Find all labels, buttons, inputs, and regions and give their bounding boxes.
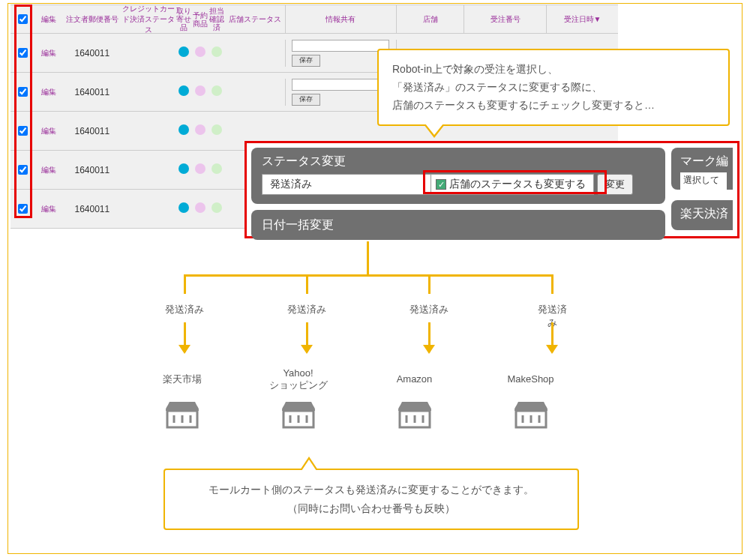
dot-yoyaku-icon: [195, 85, 206, 96]
flow-diagram: 発送済み 発送済み 発送済み 発送済み: [146, 241, 589, 361]
dot-yoyaku-icon: [195, 46, 206, 57]
rakuten-payment-block: 楽天決済: [671, 200, 733, 230]
shop-name: Amazon: [356, 367, 472, 391]
shop-icon: [124, 397, 240, 430]
mark-edit-block: マーク編 選択して: [671, 148, 733, 190]
edit-link[interactable]: 編集: [34, 48, 63, 58]
edit-link[interactable]: 編集: [34, 126, 63, 136]
postal-cell: 1640011: [63, 48, 122, 58]
flow-label: 発送済み: [165, 303, 204, 316]
dot-tantou-icon: [212, 202, 222, 213]
checkbox-checked-icon: ✓: [436, 179, 446, 190]
postal-cell: 1640011: [63, 126, 122, 136]
status-change-block: ステータス変更 発送済み ✓ 店舗のステータスも変更する 変更: [251, 148, 665, 204]
callout-line: 店舗のステータスも変更するにチェックし変更すると…: [392, 97, 715, 115]
hdr-yoyaku: 予約商品: [192, 5, 208, 33]
callout-line: Robot-in上で対象の受注を選択し、: [392, 61, 715, 79]
save-button[interactable]: 保存: [292, 94, 320, 106]
explanation-callout: Robot-in上で対象の受注を選択し、 「発送済み」のステータスに変更する際に…: [377, 49, 730, 126]
dot-yoyaku-icon: [195, 202, 206, 213]
status-select-value: 発送済み: [270, 178, 312, 191]
status-change-panel-frame: ステータス変更 発送済み ✓ 店舗のステータスも変更する 変更 日付一括変更 マ…: [244, 141, 740, 238]
dot-yoyaku-icon: [195, 124, 206, 135]
dot-toriyose-icon: [178, 124, 189, 135]
hdr-shopstatus: 店舗ステータス: [225, 5, 285, 33]
dot-tantou-icon: [212, 124, 222, 135]
select-all-checkbox[interactable]: [18, 14, 28, 24]
hdr-date: 受注日時▼: [547, 5, 618, 33]
rakuten-payment-title: 楽天決済: [680, 206, 733, 222]
dot-yoyaku-icon: [195, 163, 206, 174]
bottom-callout: モールカート側のステータスも発送済みに変更することができます。 （同時にお問い合…: [164, 469, 579, 530]
shop-icon: [240, 397, 356, 430]
change-button[interactable]: 変更: [597, 174, 633, 195]
hdr-edit: 編集: [34, 5, 63, 33]
hdr-toriyose: 取り寄せ品: [176, 5, 192, 33]
mark-select[interactable]: 選択して: [680, 172, 727, 190]
arrow-down-icon: [184, 322, 186, 352]
arrow-down-icon: [551, 322, 554, 352]
edit-link[interactable]: 編集: [34, 204, 63, 214]
info-input[interactable]: [292, 79, 389, 91]
checkbox-label: 店舗のステータスも変更する: [449, 178, 586, 191]
shop-item: MakeShop: [472, 367, 589, 450]
arrow-down-icon: [428, 322, 430, 352]
hdr-share: 情報共有: [285, 5, 398, 33]
save-button[interactable]: 保存: [292, 55, 320, 67]
info-input[interactable]: [292, 40, 389, 52]
edit-link[interactable]: 編集: [34, 87, 63, 97]
postal-cell: 1640011: [63, 165, 122, 175]
shop-icon: [356, 397, 472, 430]
edit-link[interactable]: 編集: [34, 165, 63, 175]
hdr-orderno: 受注番号: [464, 5, 547, 33]
status-select[interactable]: 発送済み: [262, 174, 431, 195]
arrow-down-icon: [306, 322, 308, 352]
bottom-line: （同時にお問い合わせ番号も反映）: [178, 499, 564, 518]
shop-name: MakeShop: [472, 367, 589, 391]
mark-edit-title: マーク編: [680, 154, 733, 169]
row-checkbox[interactable]: [18, 126, 28, 136]
shop-item: Amazon: [356, 367, 472, 450]
row-checkbox[interactable]: [18, 87, 28, 97]
callout-line: 「発送済み」のステータスに変更する際に、: [392, 79, 715, 97]
dot-tantou-icon: [212, 163, 222, 174]
hdr-postal: 注文者郵便番号: [63, 5, 122, 33]
shop-name: Yahoo! ショッピング: [240, 367, 356, 391]
postal-cell: 1640011: [63, 204, 122, 214]
shop-name: 楽天市場: [124, 367, 240, 391]
panel-title: ステータス変更: [262, 154, 346, 169]
postal-cell: 1640011: [63, 87, 122, 97]
also-change-shop-status-checkbox-wrap[interactable]: ✓ 店舗のステータスも変更する: [431, 174, 594, 195]
table-header-row: 編集 注文者郵便番号 クレジットカード決済ステータス 取り寄せ品 予約商品 担当…: [10, 5, 618, 34]
shop-item: 楽天市場: [124, 367, 240, 450]
dot-tantou-icon: [212, 46, 222, 57]
row-checkbox[interactable]: [18, 204, 28, 214]
flow-label: 発送済み: [287, 303, 326, 316]
dot-toriyose-icon: [178, 202, 189, 213]
panel-title-2: 日付一括変更: [262, 217, 334, 233]
dot-tantou-icon: [212, 85, 222, 96]
flow-label: 発送済み: [410, 303, 448, 316]
shops-row: 楽天市場 Yahoo! ショッピング Amazon MakeShop: [146, 367, 589, 450]
dot-toriyose-icon: [178, 85, 189, 96]
row-checkbox[interactable]: [18, 48, 28, 58]
hdr-shop: 店舗: [397, 5, 464, 33]
hdr-tantou: 担当確認済: [208, 5, 225, 33]
shop-item: Yahoo! ショッピング: [240, 367, 356, 450]
dot-toriyose-icon: [178, 163, 189, 174]
dot-toriyose-icon: [178, 46, 189, 57]
hdr-credit: クレジットカード決済ステータス: [122, 5, 176, 33]
date-bulk-change-block: 日付一括変更: [251, 210, 665, 240]
row-checkbox[interactable]: [18, 165, 28, 175]
bottom-line: モールカート側のステータスも発送済みに変更することができます。: [178, 481, 564, 499]
shop-icon: [472, 397, 589, 430]
